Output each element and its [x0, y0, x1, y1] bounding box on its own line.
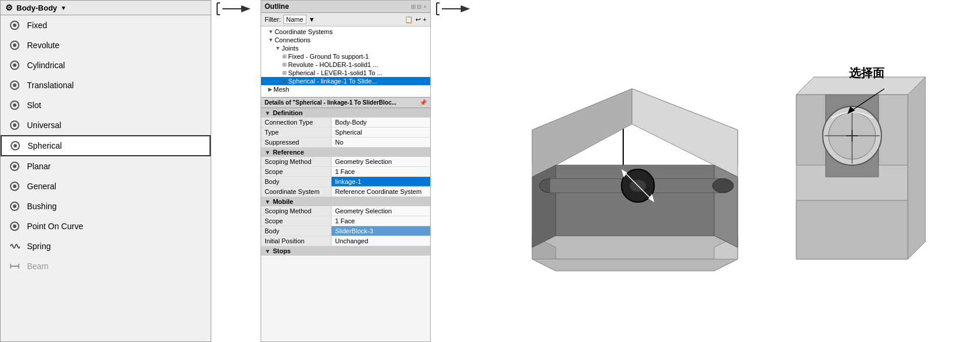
menu-item-label-general: General	[27, 182, 56, 191]
tree-expand-icon[interactable]: ▼	[268, 29, 273, 35]
section-label: Stops	[273, 247, 291, 254]
menu-item-universal[interactable]: Universal	[1, 115, 211, 135]
arrow-connector-1	[211, 0, 258, 18]
details-value: SliderBlock-3	[332, 226, 430, 236]
menu-item-general[interactable]: General	[1, 176, 211, 196]
section-collapse-icon[interactable]: ▼	[265, 248, 271, 254]
menu-item-revolute[interactable]: Revolute	[1, 35, 211, 55]
arrow-connector-2	[431, 0, 478, 18]
toolbar-btn-3[interactable]: +	[423, 16, 427, 23]
details-section-reference[interactable]: ▼ Reference	[261, 147, 430, 157]
tree-item-connections[interactable]: ▼ Connections	[261, 36, 430, 44]
svg-point-17	[13, 185, 16, 188]
svg-marker-58	[796, 200, 908, 259]
svg-point-7	[13, 83, 16, 87]
joint-icon-planar	[8, 160, 21, 173]
details-section-stops[interactable]: ▼ Stops	[261, 246, 430, 256]
svg-marker-39	[532, 165, 556, 247]
filter-dropdown-icon[interactable]: ▼	[309, 16, 315, 23]
details-pin-icon[interactable]: 📌	[420, 99, 427, 106]
arrow-svg-2	[434, 0, 475, 18]
details-table: ▼ DefinitionConnection TypeBody-BodyType…	[261, 108, 430, 341]
details-key: Body	[261, 226, 332, 236]
details-value: Geometry Selection	[332, 206, 430, 216]
joint-type-menu: ⚙ Body-Body ▼ FixedRevoluteCylindricalTr…	[0, 0, 211, 342]
joint-icon-spring	[8, 240, 21, 253]
details-key: Suppressed	[261, 138, 332, 147]
menu-item-label-cylindrical: Cylindrical	[27, 61, 65, 70]
svg-point-5	[13, 63, 16, 67]
details-value: linkage-1	[332, 177, 430, 186]
details-value: 1 Face	[332, 216, 430, 226]
menu-item-spring[interactable]: Spring	[1, 236, 211, 256]
tree-item-joints[interactable]: ▼ Joints	[261, 44, 430, 52]
svg-point-13	[13, 144, 17, 147]
tree-expand-icon[interactable]: ⊞	[282, 78, 287, 84]
joint-icon-universal	[8, 119, 21, 132]
tree-expand-icon[interactable]: ⊞	[282, 62, 287, 68]
tree-item-spherical-joint2[interactable]: ⊞ Spherical - linkage-1 To Slide...	[261, 77, 430, 85]
joint-icon-fixed	[8, 19, 21, 32]
arrow-svg-1	[214, 0, 255, 18]
menu-item-slot[interactable]: Slot	[1, 95, 211, 115]
menu-item-fixed[interactable]: Fixed	[1, 15, 211, 35]
filter-value[interactable]: Name	[283, 15, 306, 24]
details-key: Connection Type	[261, 118, 332, 127]
tree-item-spherical-joint1[interactable]: ⊞ Spherical - LEVER-1-solid1 To ...	[261, 69, 430, 77]
menu-item-spherical[interactable]: Spherical	[1, 135, 211, 156]
tree-expand-icon[interactable]: ▼	[275, 45, 281, 51]
svg-point-1	[13, 24, 16, 27]
menu-item-bushing[interactable]: Bushing	[1, 196, 211, 216]
menu-item-point-on-curve[interactable]: Point On Curve	[1, 216, 211, 236]
details-row: Connection TypeBody-Body	[261, 118, 430, 128]
details-row: Coordinate SystemReference Coordinate Sy…	[261, 187, 430, 197]
details-key: Coordinate System	[261, 187, 332, 196]
joint-icon-beam	[8, 260, 21, 273]
details-key: Scoping Method	[261, 206, 332, 216]
details-key: Type	[261, 128, 332, 137]
section-collapse-icon[interactable]: ▼	[265, 199, 271, 205]
menu-item-cylindrical[interactable]: Cylindrical	[1, 55, 211, 75]
section-collapse-icon[interactable]: ▼	[265, 110, 271, 116]
details-row: Scoping MethodGeometry Selection	[261, 157, 430, 167]
toolbar-btn-2[interactable]: ↩	[415, 16, 421, 24]
menu-item-label-planar: Planar	[27, 162, 50, 171]
dropdown-arrow-icon[interactable]: ▼	[60, 5, 66, 11]
menu-item-planar[interactable]: Planar	[1, 156, 211, 176]
section-label: Reference	[273, 149, 304, 156]
menu-item-label-point-on-curve: Point On Curve	[27, 222, 83, 231]
details-row: TypeSpherical	[261, 128, 430, 138]
menu-item-beam[interactable]: Beam	[1, 256, 211, 276]
details-section-definition[interactable]: ▼ Definition	[261, 108, 430, 118]
tree-item-label: Mesh	[273, 86, 289, 93]
tree-expand-icon[interactable]: ⊞	[282, 53, 287, 59]
tree-item-coord-systems[interactable]: ▼ Coordinate Systems	[261, 28, 430, 36]
tree-item-fixed-joint[interactable]: ⊞ Fixed - Ground To support-1	[261, 52, 430, 61]
svg-point-43	[712, 179, 734, 193]
details-value: Geometry Selection	[332, 157, 430, 166]
svg-point-3	[13, 43, 16, 47]
menu-item-label-beam: Beam	[27, 261, 49, 271]
outline-title: Outline	[265, 2, 289, 11]
details-value: Unchanged	[332, 236, 430, 246]
tree-item-label: Spherical - LEVER-1-solid1 To ...	[288, 69, 383, 76]
details-row: Initial PositionUnchanged	[261, 236, 430, 246]
toolbar-btn-1[interactable]: 📋	[405, 16, 413, 24]
details-row: SuppressedNo	[261, 138, 430, 147]
tree-expand-icon[interactable]: ▶	[268, 86, 272, 92]
joint-icon-translational	[8, 79, 21, 92]
svg-marker-40	[714, 165, 738, 247]
tree-expand-icon[interactable]: ▼	[268, 37, 273, 43]
svg-point-21	[13, 224, 16, 228]
details-row: Scope1 Face	[261, 167, 430, 177]
details-section-mobile[interactable]: ▼ Mobile	[261, 197, 430, 206]
menu-item-label-bushing: Bushing	[27, 202, 57, 211]
tree-item-revolute-joint[interactable]: ⊞ Revolute - HOLDER-1-solid1 ...	[261, 61, 430, 69]
details-panel-header: Details of "Spherical - linkage-1 To Sli…	[261, 97, 430, 108]
menu-item-label-fixed: Fixed	[27, 21, 47, 30]
tree-item-mesh[interactable]: ▶ Mesh	[261, 85, 430, 93]
menu-item-translational[interactable]: Translational	[1, 75, 211, 95]
svg-point-9	[13, 103, 16, 107]
tree-expand-icon[interactable]: ⊞	[282, 70, 287, 76]
section-collapse-icon[interactable]: ▼	[265, 149, 271, 156]
